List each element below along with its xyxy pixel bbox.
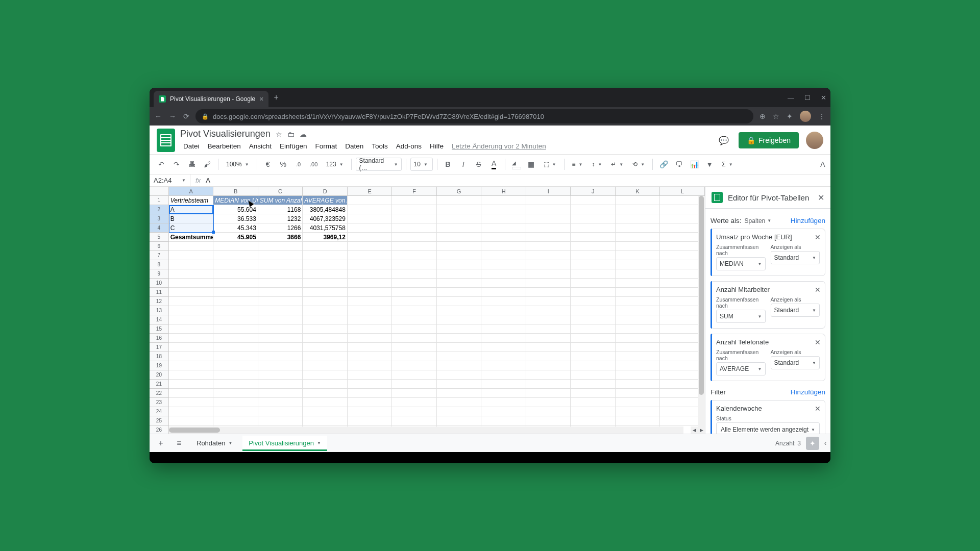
cell[interactable]	[258, 315, 303, 324]
cell[interactable]	[303, 407, 348, 416]
cell[interactable]	[348, 205, 393, 214]
menu-datei[interactable]: Datei	[180, 140, 203, 152]
cell[interactable]	[616, 315, 660, 324]
col-header-K[interactable]: K	[616, 187, 660, 195]
cell[interactable]	[213, 343, 258, 352]
cell[interactable]	[616, 407, 660, 416]
cell[interactable]	[303, 297, 348, 306]
filter-status-select[interactable]: Alle Elemente werden angezeigt▼	[716, 422, 820, 434]
cell[interactable]	[392, 315, 437, 324]
cell[interactable]: AVERAGE von A	[303, 196, 348, 205]
cell[interactable]	[481, 315, 526, 324]
cell[interactable]	[348, 370, 393, 380]
cell[interactable]	[616, 306, 660, 315]
cell[interactable]	[213, 352, 258, 361]
cell[interactable]	[526, 205, 571, 214]
cell[interactable]	[481, 214, 526, 223]
star-doc-icon[interactable]: ☆	[276, 130, 282, 138]
row-header[interactable]: 6	[150, 242, 169, 251]
cell[interactable]	[348, 269, 393, 279]
cell[interactable]	[571, 416, 616, 425]
row-header[interactable]: 15	[150, 324, 169, 334]
cell[interactable]	[348, 251, 393, 260]
cell[interactable]	[526, 269, 571, 279]
cell[interactable]	[392, 343, 437, 352]
row-header[interactable]: 9	[150, 269, 169, 279]
cell[interactable]	[437, 380, 482, 389]
new-tab-button[interactable]: +	[274, 93, 278, 102]
cell[interactable]	[571, 315, 616, 324]
cell[interactable]	[481, 389, 526, 398]
cell[interactable]	[169, 324, 214, 334]
comment-button[interactable]: 🗨	[672, 158, 685, 171]
row-header[interactable]: 26	[150, 425, 169, 434]
cell[interactable]	[303, 361, 348, 370]
cell[interactable]: A	[169, 205, 214, 214]
cell[interactable]	[616, 334, 660, 343]
cell[interactable]	[258, 306, 303, 315]
cell[interactable]	[213, 380, 258, 389]
cell[interactable]	[258, 279, 303, 288]
row-header[interactable]: 13	[150, 306, 169, 315]
cell[interactable]	[481, 343, 526, 352]
cell[interactable]	[526, 279, 571, 288]
cell[interactable]: 36.533	[213, 214, 258, 223]
cell[interactable]	[213, 324, 258, 334]
cell[interactable]	[348, 407, 393, 416]
cell[interactable]	[437, 407, 482, 416]
cell[interactable]	[526, 361, 571, 370]
zoom-icon[interactable]: ⊕	[760, 112, 766, 120]
cell[interactable]	[571, 242, 616, 251]
cell[interactable]	[571, 334, 616, 343]
cell[interactable]	[526, 324, 571, 334]
back-icon[interactable]: ←	[155, 112, 162, 120]
move-doc-icon[interactable]: 🗀	[287, 130, 295, 138]
cell[interactable]	[571, 233, 616, 242]
cell[interactable]	[526, 407, 571, 416]
cell[interactable]	[437, 205, 482, 214]
cell[interactable]	[213, 334, 258, 343]
filter-button[interactable]: ▼	[703, 158, 716, 171]
row-header[interactable]: 19	[150, 361, 169, 370]
cell[interactable]	[526, 196, 571, 205]
row-header[interactable]: 4	[150, 223, 169, 233]
cell[interactable]	[437, 343, 482, 352]
cell[interactable]	[526, 315, 571, 324]
cell[interactable]	[437, 361, 482, 370]
cell[interactable]	[213, 407, 258, 416]
cell[interactable]	[526, 260, 571, 269]
cell[interactable]	[616, 214, 660, 223]
cell[interactable]	[437, 352, 482, 361]
cell[interactable]	[526, 389, 571, 398]
cell[interactable]	[392, 214, 437, 223]
cell[interactable]	[169, 416, 214, 425]
document-title[interactable]: Pivot Visualisierungen	[180, 129, 271, 139]
cell[interactable]	[437, 297, 482, 306]
cell[interactable]	[526, 223, 571, 233]
row-header[interactable]: 20	[150, 370, 169, 380]
menu-format[interactable]: Format	[312, 140, 340, 152]
decrease-decimal-button[interactable]: .0	[292, 158, 305, 171]
row-header[interactable]: 10	[150, 279, 169, 288]
cell[interactable]	[213, 279, 258, 288]
cell[interactable]	[481, 233, 526, 242]
cell[interactable]	[571, 324, 616, 334]
col-header-B[interactable]: B	[213, 187, 258, 195]
cell[interactable]: 1168	[258, 205, 303, 214]
horizontal-scrollbar[interactable]	[169, 427, 683, 434]
cell[interactable]	[303, 324, 348, 334]
remove-value-icon[interactable]: ✕	[815, 233, 821, 241]
cell[interactable]	[258, 260, 303, 269]
cell[interactable]	[348, 288, 393, 297]
cell[interactable]	[169, 288, 214, 297]
cell[interactable]	[481, 352, 526, 361]
cell[interactable]	[571, 205, 616, 214]
cell[interactable]	[571, 223, 616, 233]
cell[interactable]	[526, 343, 571, 352]
merge-button[interactable]: ⬚▼	[540, 158, 560, 171]
cell[interactable]	[526, 297, 571, 306]
cell[interactable]	[169, 251, 214, 260]
cell[interactable]	[392, 380, 437, 389]
star-icon[interactable]: ☆	[773, 112, 779, 120]
cell[interactable]	[571, 370, 616, 380]
